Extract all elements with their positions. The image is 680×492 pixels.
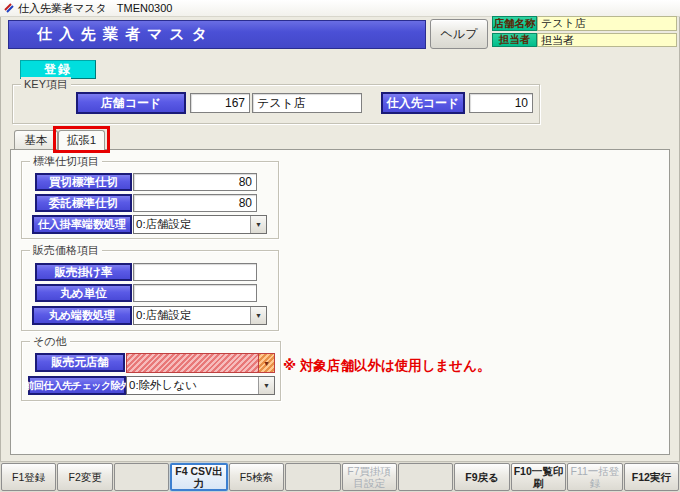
help-button[interactable]: ヘルプ [430, 19, 488, 49]
f9-back-button[interactable]: F9戻る [454, 463, 509, 491]
shiire-kakeritsu-hasu-label: 仕入掛率端数処理 [32, 215, 132, 234]
app-window: 仕入先業者マスタ TMEN0300 仕入先業者マスタ ヘルプ 店舗名称 テスト店… [0, 0, 680, 492]
standard-shikiri-group: 標準仕切項目 買切標準仕切 委託標準仕切 仕入掛率端数処理 0:店舗設定 ▼ [21, 161, 279, 239]
key-section-title: KEY項目 [21, 77, 71, 92]
chevron-down-icon[interactable]: ▼ [250, 216, 266, 233]
hanbaimoto-tenpo-value [127, 354, 258, 372]
hanbai-kakeritsu-label: 販売掛け率 [35, 263, 132, 281]
f5-search-button[interactable]: F5検索 [229, 463, 284, 491]
zenkai-check-jogai-value: 0:除外しない [127, 377, 258, 394]
shiire-kakeritsu-hasu-value: 0:店舗設定 [134, 216, 250, 233]
store-code-input[interactable] [190, 93, 250, 113]
itaku-standard-label: 委託標準仕切 [35, 194, 132, 212]
store-name-value: テスト店 [537, 16, 677, 31]
marume-tani-label: 丸め単位 [35, 284, 132, 302]
hanbaimoto-tenpo-label: 販売元店舗 [35, 353, 125, 372]
f6-empty-slot [285, 463, 340, 491]
itaku-standard-input[interactable] [133, 194, 257, 212]
window-title-code: TMEN0300 [117, 2, 173, 14]
supplier-code-input[interactable] [469, 93, 533, 113]
sales-price-group: 販売価格項目 販売掛け率 丸め単位 丸め端数処理 0:店舗設定 ▼ [21, 250, 279, 331]
store-name-label: 店舗名称 [492, 16, 537, 31]
marume-tani-input[interactable] [133, 284, 257, 302]
f10-list-print-button[interactable]: F10一覧印刷 [511, 463, 566, 491]
window-title: 仕入先業者マスタ [18, 1, 107, 16]
warning-note: ※ 対象店舗以外は使用しません。 [283, 357, 490, 375]
marume-hasu-label: 丸め端数処理 [32, 306, 132, 325]
other-group-title: その他 [30, 334, 70, 349]
person-in-charge-value: 担当者 [537, 33, 677, 47]
zenkai-check-jogai-select[interactable]: 0:除外しない ▼ [126, 376, 275, 395]
zenkai-check-jogai-label: 前回仕入先チェック除外 [28, 376, 126, 395]
tab-extension1[interactable]: 拡張1 [58, 130, 105, 150]
app-icon [4, 3, 14, 13]
key-section: KEY項目 店舗コード 仕入先コード [12, 84, 540, 124]
supplier-code-label: 仕入先コード [381, 92, 465, 114]
chevron-down-icon: ▼ [258, 354, 274, 372]
hanbaimoto-tenpo-select: ▼ [126, 353, 275, 373]
store-name-input[interactable] [252, 93, 362, 113]
other-group: その他 販売元店舗 ▼ 前回仕入先チェック除外 0:除外しない ▼ [21, 341, 281, 401]
f3-empty-slot [114, 463, 169, 491]
standard-shikiri-group-title: 標準仕切項目 [30, 154, 102, 169]
marume-hasu-value: 0:店舗設定 [134, 307, 250, 324]
hanbai-kakeritsu-input[interactable] [133, 263, 257, 281]
f12-execute-button[interactable]: F12実行 [624, 463, 679, 491]
f8-empty-slot [398, 463, 453, 491]
chevron-down-icon[interactable]: ▼ [258, 377, 274, 394]
title-bar: 仕入先業者マスタ TMEN0300 [0, 0, 680, 17]
marume-hasu-select[interactable]: 0:店舗設定 ▼ [133, 306, 267, 325]
store-code-label: 店舗コード [76, 92, 186, 114]
kaikiri-standard-input[interactable] [133, 173, 257, 191]
f11-batch-register-button: F11一括登録 [567, 463, 622, 491]
tab-panel-extension1: 標準仕切項目 買切標準仕切 委託標準仕切 仕入掛率端数処理 0:店舗設定 ▼ 販… [10, 149, 670, 455]
chevron-down-icon[interactable]: ▼ [250, 307, 266, 324]
f7-kaikake-settings-button: F7買掛項目設定 [342, 463, 397, 491]
person-in-charge-label: 担当者 [492, 33, 537, 47]
function-key-bar: F1登録 F2変更 F4 CSV出力 F5検索 F7買掛項目設定 F9戻る F1… [0, 461, 680, 492]
f4-csv-export-button[interactable]: F4 CSV出力 [170, 463, 227, 491]
kaikiri-standard-label: 買切標準仕切 [35, 173, 132, 191]
sales-price-group-title: 販売価格項目 [30, 243, 102, 258]
page-title: 仕入先業者マスタ [8, 20, 426, 49]
f1-register-button[interactable]: F1登録 [1, 463, 56, 491]
f2-change-button[interactable]: F2変更 [57, 463, 112, 491]
shiire-kakeritsu-hasu-select[interactable]: 0:店舗設定 ▼ [133, 215, 267, 234]
tab-basic[interactable]: 基本 [14, 130, 58, 149]
